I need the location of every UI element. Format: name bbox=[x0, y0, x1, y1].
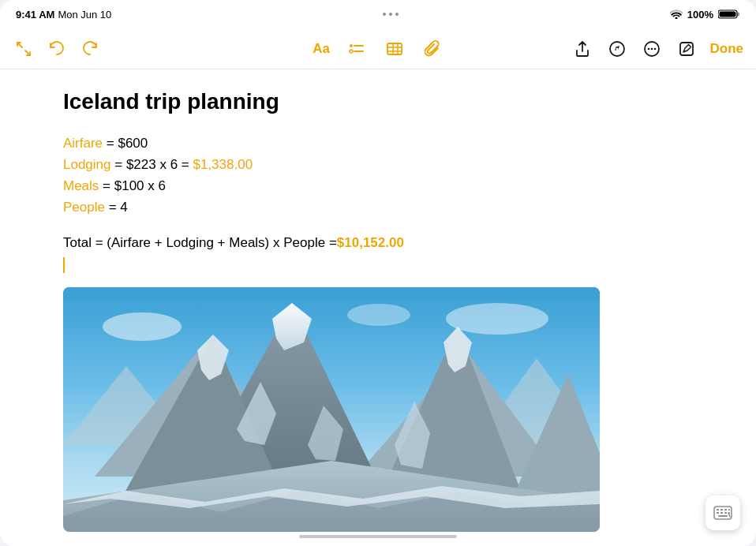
svg-point-17 bbox=[647, 47, 649, 50]
edit-button[interactable] bbox=[676, 38, 698, 60]
toolbar-right: Done bbox=[500, 38, 743, 60]
status-dot-2 bbox=[389, 13, 392, 16]
toolbar-center: Aa bbox=[256, 38, 500, 60]
svg-point-18 bbox=[650, 47, 653, 50]
svg-rect-43 bbox=[717, 509, 719, 510]
content-area[interactable]: Iceland trip planning Airfare = $600 Lod… bbox=[0, 69, 756, 546]
total-line: Total = (Airfare + Lodging + Meals) x Pe… bbox=[63, 232, 693, 253]
svg-rect-20 bbox=[680, 43, 693, 55]
scroll-indicator bbox=[299, 535, 457, 538]
list-button[interactable] bbox=[346, 38, 368, 60]
keyboard-button[interactable] bbox=[705, 496, 740, 530]
redo-button[interactable] bbox=[79, 38, 101, 60]
text-cursor bbox=[63, 257, 65, 273]
meals-label: Meals bbox=[63, 178, 99, 193]
lodging-label: Lodging bbox=[63, 157, 111, 172]
svg-rect-1 bbox=[738, 13, 740, 17]
toolbar-left bbox=[13, 38, 256, 60]
svg-line-4 bbox=[25, 50, 30, 55]
status-center bbox=[383, 13, 399, 16]
calc-line-lodging: Lodging = $223 x 6 = $1,338.00 bbox=[63, 154, 693, 175]
svg-point-7 bbox=[350, 50, 353, 53]
svg-rect-44 bbox=[720, 509, 723, 510]
svg-rect-46 bbox=[728, 509, 730, 510]
svg-rect-9 bbox=[387, 43, 402, 54]
battery-label: 100% bbox=[687, 9, 713, 21]
share-button[interactable] bbox=[571, 38, 593, 60]
calc-lines: Airfare = $600 Lodging = $223 x 6 = $1,3… bbox=[63, 133, 693, 219]
status-date: Mon Jun 10 bbox=[58, 9, 111, 21]
status-right: 100% bbox=[670, 9, 740, 21]
cursor-container bbox=[63, 257, 693, 279]
svg-rect-49 bbox=[724, 512, 727, 514]
people-label: People bbox=[63, 200, 105, 215]
calc-line-people: People = 4 bbox=[63, 196, 693, 218]
svg-rect-47 bbox=[717, 512, 719, 514]
svg-rect-48 bbox=[720, 512, 723, 514]
svg-point-19 bbox=[653, 47, 656, 50]
wifi-icon bbox=[670, 9, 683, 19]
format-text-button[interactable]: Aa bbox=[313, 38, 330, 60]
battery-icon bbox=[718, 9, 740, 20]
svg-point-40 bbox=[446, 303, 548, 335]
svg-rect-51 bbox=[718, 515, 728, 517]
airfare-label: Airfare bbox=[63, 136, 103, 151]
status-time: 9:41 AM bbox=[16, 9, 54, 21]
svg-rect-45 bbox=[724, 509, 727, 510]
total-result: $10,152.00 bbox=[337, 235, 404, 250]
ipad-frame: 9:41 AM Mon Jun 10 100% bbox=[0, 0, 756, 546]
keyboard-icon bbox=[713, 506, 732, 520]
table-button[interactable] bbox=[384, 38, 406, 60]
svg-point-5 bbox=[350, 44, 353, 47]
markup-button[interactable] bbox=[606, 38, 628, 60]
svg-point-39 bbox=[103, 312, 182, 341]
undo-button[interactable] bbox=[46, 38, 68, 60]
status-dot-1 bbox=[383, 13, 386, 16]
mountain-image bbox=[63, 287, 600, 532]
svg-rect-2 bbox=[720, 12, 736, 17]
calc-line-meals: Meals = $100 x 6 bbox=[63, 175, 693, 196]
more-button[interactable] bbox=[641, 38, 663, 60]
status-left: 9:41 AM Mon Jun 10 bbox=[16, 9, 111, 21]
mountain-scene-svg bbox=[63, 287, 600, 532]
collapse-icon[interactable] bbox=[13, 38, 35, 60]
done-button[interactable]: Done bbox=[710, 41, 744, 57]
lodging-result: $1,338.00 bbox=[189, 157, 253, 172]
svg-point-41 bbox=[347, 304, 410, 326]
note-title[interactable]: Iceland trip planning bbox=[63, 88, 693, 115]
attach-button[interactable] bbox=[421, 38, 443, 60]
svg-point-15 bbox=[616, 47, 618, 50]
status-bar: 9:41 AM Mon Jun 10 100% bbox=[0, 0, 756, 28]
toolbar: Aa bbox=[0, 28, 756, 69]
calc-line-airfare: Airfare = $600 bbox=[63, 133, 693, 154]
status-dot-3 bbox=[395, 13, 399, 16]
